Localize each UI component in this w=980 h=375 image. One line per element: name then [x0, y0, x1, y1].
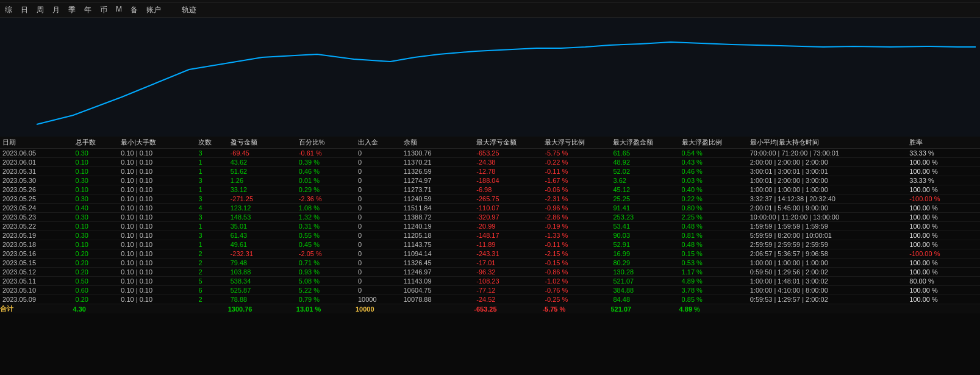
col-header-maxprofit: 最大浮盈金额: [610, 137, 679, 149]
table-row: 2023.05.100.600.10 | 0.106525.875.22 %01…: [0, 286, 980, 295]
table-row: 2023.05.180.100.10 | 0.10149.610.45 %011…: [0, 240, 980, 249]
table-row: 2023.05.250.300.10 | 0.103-271.25-2.36 %…: [0, 195, 980, 204]
table-row: 2023.05.240.400.10 | 0.104123.121.08 %01…: [0, 204, 980, 213]
col-header-total: 总手数: [73, 137, 119, 149]
nav-bei[interactable]: 备: [131, 5, 138, 15]
footer-label: 合计: [0, 304, 73, 314]
col-header-inout: 出入金: [356, 137, 401, 149]
nav-ji[interactable]: 季: [68, 5, 76, 15]
chart-area: [0, 18, 980, 137]
nav-nian[interactable]: 年: [84, 5, 91, 15]
footer-avgtime: [748, 304, 907, 314]
table-row: 2023.05.310.100.10 | 0.10151.620.46 %011…: [0, 167, 980, 176]
table-row: 2023.05.090.200.10 | 0.10278.880.79 %100…: [0, 295, 980, 304]
nav-ri[interactable]: 日: [21, 5, 28, 15]
table-row: 2023.05.120.200.10 | 0.102103.880.93 %01…: [0, 268, 980, 277]
table-container: 日期 总手数 最小|大手数 次数 盈亏金额 百分比% 出入金 余额 最大浮亏金额…: [0, 137, 980, 313]
table-row: 2023.06.010.100.10 | 0.10143.620.39 %011…: [0, 158, 980, 167]
nav-zong[interactable]: 综: [5, 5, 12, 15]
table-row: 2023.05.230.300.10 | 0.103148.531.32 %01…: [0, 213, 980, 222]
table-row: 2023.05.260.100.10 | 0.10133.120.29 %011…: [0, 185, 980, 195]
col-header-count: 次数: [196, 137, 227, 149]
footer-maxlosspct: -5.75 %: [542, 304, 610, 314]
footer-minmax: [118, 304, 196, 314]
table-row: 2023.05.150.200.10 | 0.10279.480.71 %011…: [0, 259, 980, 268]
footer-count: [196, 304, 227, 314]
table-row: 2023.05.220.100.10 | 0.10135.010.31 %011…: [0, 222, 980, 231]
footer-maxloss: -653.25: [474, 304, 542, 314]
nav-bi[interactable]: 币: [100, 5, 107, 15]
table-row: 2023.05.300.300.10 | 0.1031.260.01 %0112…: [0, 176, 980, 185]
svg-rect-0: [0, 18, 980, 137]
col-header-winrate: 胜率: [907, 137, 980, 149]
table-footer-row: 合计 4.30 1300.76 13.01 % 10000 -653.25 -5…: [0, 304, 980, 314]
nav-m[interactable]: M: [116, 5, 122, 15]
col-header-date: 日期: [0, 137, 73, 149]
col-header-pct: 百分比%: [296, 137, 356, 149]
table-row: 2023.06.050.300.10 | 0.103-69.45-0.61 %0…: [0, 149, 980, 158]
table-header-row: 日期 总手数 最小|大手数 次数 盈亏金额 百分比% 出入金 余额 最大浮亏金额…: [0, 137, 980, 149]
footer-pnl: 1300.76: [228, 304, 296, 314]
nav-account[interactable]: 账户: [146, 5, 161, 15]
footer-winrate: [907, 304, 980, 314]
table-row: 2023.05.110.500.10 | 0.105538.345.08 %01…: [0, 277, 980, 286]
col-header-minmax: 最小|大手数: [118, 137, 196, 149]
footer-maxprofit: 521.07: [610, 304, 679, 314]
col-header-avgtime: 最小平均|最大持仓时间: [748, 137, 907, 149]
footer-inout: 10000: [356, 304, 401, 314]
table-row: 2023.05.190.300.10 | 0.10361.430.55 %011…: [0, 231, 980, 240]
nav-track[interactable]: 轨迹: [182, 5, 196, 15]
footer-maxprofitpct: 4.89 %: [679, 304, 748, 314]
nav-zhou[interactable]: 周: [37, 5, 44, 15]
col-header-maxprofitpct: 最大浮盈比例: [679, 137, 748, 149]
nav-bar: 综 日 周 月 季 年 币 M 备 账户 轨迹: [0, 3, 980, 18]
col-header-balance: 余额: [401, 137, 474, 149]
footer-pct: 13.01 %: [296, 304, 356, 314]
col-header-maxlosspct: 最大浮亏比例: [542, 137, 610, 149]
nav-yue[interactable]: 月: [52, 5, 60, 15]
table-row: 2023.05.160.200.10 | 0.102-232.31-2.05 %…: [0, 249, 980, 259]
col-header-pnl: 盈亏金额: [228, 137, 296, 149]
col-header-maxloss: 最大浮亏金额: [474, 137, 542, 149]
footer-balance: [401, 304, 474, 314]
footer-total: 4.30: [73, 304, 119, 314]
